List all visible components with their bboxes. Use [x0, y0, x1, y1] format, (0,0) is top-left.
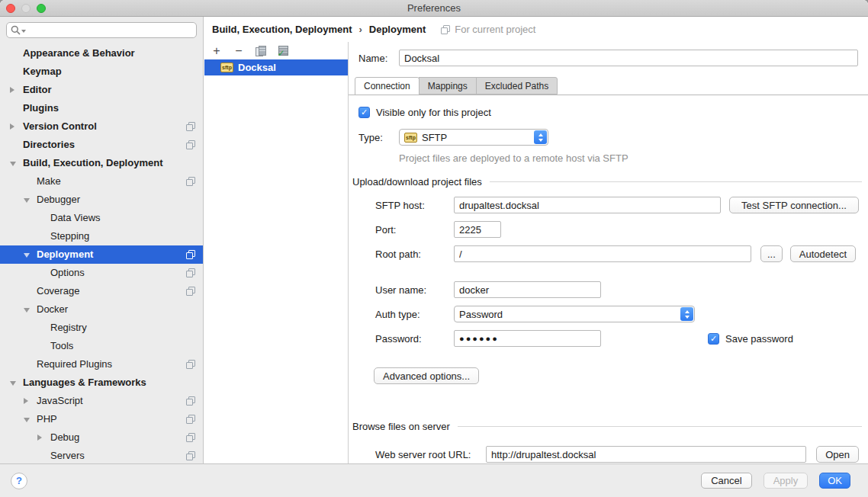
chevron-down-icon[interactable]	[10, 381, 16, 386]
user-name-label: User name:	[375, 284, 454, 296]
server-list-panel: + − sftp Docksal	[204, 42, 349, 463]
sidebar-item-php[interactable]: PHP	[0, 410, 203, 428]
cancel-button[interactable]: Cancel	[701, 473, 751, 489]
chevron-down-icon[interactable]	[24, 253, 30, 258]
minimize-button[interactable]	[21, 4, 31, 13]
server-name: Docksal	[238, 62, 276, 73]
sidebar-item-keymap[interactable]: Keymap	[0, 63, 203, 81]
web-root-url-input[interactable]	[486, 446, 806, 463]
sidebar-item-options[interactable]: Options	[0, 264, 203, 282]
sftp-host-label: SFTP host:	[375, 200, 454, 211]
sidebar-item-label: Coverage	[37, 285, 79, 297]
root-path-input[interactable]	[454, 245, 751, 262]
sidebar-item-deployment[interactable]: Deployment	[0, 245, 203, 264]
chevron-right-icon[interactable]	[24, 398, 28, 404]
sidebar-item-label: Deployment	[37, 248, 93, 260]
sidebar-item-stepping[interactable]: Stepping	[0, 227, 203, 245]
sidebar-item-label: Data Views	[50, 212, 101, 223]
minus-icon: −	[235, 46, 242, 56]
sidebar-item-label: JavaScript	[37, 395, 83, 406]
copy-server-button[interactable]	[255, 45, 267, 57]
port-input[interactable]	[454, 221, 501, 238]
test-sftp-connection-button[interactable]: Test SFTP connection...	[729, 197, 859, 213]
sidebar-item-label: Editor	[23, 84, 52, 95]
content-area: Build, Execution, Deployment › Deploymen…	[204, 17, 868, 463]
chevron-down-icon[interactable]	[10, 162, 16, 166]
sidebar-item-label: Stepping	[50, 230, 89, 242]
open-url-button[interactable]: Open	[816, 446, 859, 463]
browse-root-path-button[interactable]: ...	[760, 245, 783, 262]
chevron-down-icon[interactable]	[24, 308, 30, 313]
advanced-options-button[interactable]: Advanced options...	[374, 367, 479, 384]
section-divider	[458, 426, 862, 427]
auth-type-label: Auth type:	[375, 309, 454, 320]
type-value: SFTP	[422, 132, 447, 143]
breadcrumb-separator: ›	[358, 24, 362, 35]
zoom-button[interactable]	[37, 4, 46, 13]
apply-button[interactable]: Apply	[764, 473, 809, 489]
sidebar-item-label: Appearance & Behavior	[23, 47, 135, 59]
ok-button[interactable]: OK	[819, 473, 850, 489]
sidebar-item-label: Make	[37, 175, 61, 187]
sidebar-item-languages-frameworks[interactable]: Languages & Frameworks	[0, 374, 203, 392]
use-as-default-button[interactable]	[277, 45, 289, 57]
title-bar: Preferences	[0, 0, 868, 17]
sidebar-item-label: Build, Execution, Deployment	[23, 157, 162, 168]
autodetect-button[interactable]: Autodetect	[790, 245, 856, 262]
visible-only-checkbox[interactable]	[358, 107, 370, 118]
sidebar-item-directories[interactable]: Directories	[0, 136, 203, 154]
chevron-right-icon[interactable]	[37, 434, 42, 441]
sidebar-item-debugger[interactable]: Debugger	[0, 191, 203, 209]
sidebar-item-data-views[interactable]: Data Views	[0, 209, 203, 227]
visible-only-label: Visible only for this project	[376, 107, 491, 118]
sidebar-item-servers[interactable]: Servers	[0, 447, 203, 465]
current-project-icon	[186, 360, 195, 369]
search-input[interactable]	[6, 22, 197, 38]
sidebar-item-javascript[interactable]: JavaScript	[0, 392, 203, 410]
tab-excluded-paths[interactable]: Excluded Paths	[476, 77, 558, 95]
sidebar-item-registry[interactable]: Registry	[0, 319, 203, 337]
sidebar-item-docker[interactable]: Docker	[0, 300, 203, 319]
sidebar-item-editor[interactable]: Editor	[0, 81, 203, 99]
name-input[interactable]	[399, 50, 858, 66]
root-path-label: Root path:	[375, 248, 454, 260]
add-server-button[interactable]: +	[211, 45, 223, 57]
sidebar-item-debug[interactable]: Debug	[0, 428, 203, 447]
current-project-icon	[186, 415, 195, 424]
help-button[interactable]: ?	[11, 473, 27, 489]
type-select[interactable]: sftp SFTP	[399, 129, 548, 146]
password-input[interactable]	[454, 330, 601, 347]
sidebar-item-build-execution-deployment[interactable]: Build, Execution, Deployment	[0, 154, 203, 172]
window-title: Preferences	[0, 2, 868, 14]
sidebar-item-label: Debugger	[37, 194, 80, 205]
sidebar-item-make[interactable]: Make	[0, 172, 203, 191]
sidebar-item-appearance-behavior[interactable]: Appearance & Behavior	[0, 44, 203, 63]
search-icon[interactable]	[11, 25, 26, 35]
close-button[interactable]	[6, 4, 15, 13]
sidebar-item-label: Debug	[50, 431, 79, 443]
auth-type-value: Password	[459, 309, 503, 320]
sidebar-item-plugins[interactable]: Plugins	[0, 99, 203, 117]
sidebar-item-required-plugins[interactable]: Required Plugins	[0, 355, 203, 374]
sidebar-item-tools[interactable]: Tools	[0, 337, 203, 355]
auth-type-select[interactable]: Password	[454, 306, 695, 322]
chevron-right-icon[interactable]	[10, 87, 14, 93]
section-browse-header: Browse files on server	[352, 421, 450, 432]
sftp-host-input[interactable]	[454, 197, 721, 213]
chevron-down-icon[interactable]	[24, 198, 30, 203]
user-name-input[interactable]	[454, 281, 601, 298]
save-password-checkbox[interactable]	[708, 333, 719, 345]
current-project-icon	[186, 177, 195, 186]
tab-connection[interactable]: Connection	[355, 77, 420, 95]
scope-label: For current project	[455, 24, 535, 35]
chevron-right-icon[interactable]	[10, 123, 14, 130]
server-list-item-docksal[interactable]: sftp Docksal	[204, 59, 348, 75]
web-root-url-label: Web server root URL:	[375, 449, 486, 460]
chevron-down-icon[interactable]	[24, 418, 30, 422]
plus-icon: +	[213, 46, 220, 56]
remove-server-button[interactable]: −	[233, 45, 245, 57]
sidebar-item-coverage[interactable]: Coverage	[0, 282, 203, 300]
settings-sidebar: Appearance & BehaviorKeymapEditorPlugins…	[0, 17, 204, 463]
sidebar-item-version-control[interactable]: Version Control	[0, 117, 203, 136]
tab-mappings[interactable]: Mappings	[419, 77, 477, 95]
